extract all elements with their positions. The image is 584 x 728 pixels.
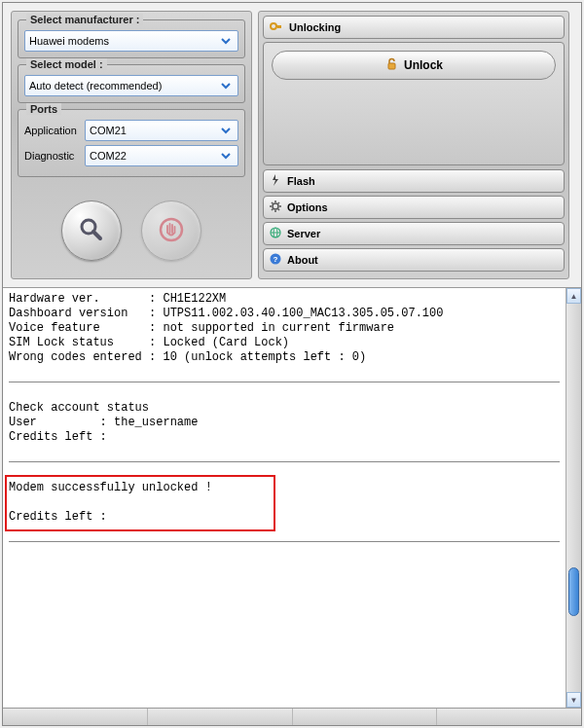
lightning-icon	[270, 174, 281, 188]
separator	[9, 382, 560, 382]
top-area: Select manufacturer : Huawei modems Sele…	[3, 3, 581, 287]
port-app-dropdown[interactable]: COM21	[85, 120, 238, 141]
magnifier-icon	[78, 216, 105, 245]
svg-rect-4	[388, 63, 395, 69]
port-diag-value: COM22	[90, 150, 218, 162]
chevron-down-icon	[218, 123, 234, 138]
log-line: User : the_username	[9, 416, 198, 429]
globe-icon	[270, 227, 281, 240]
svg-line-12	[272, 209, 273, 210]
log-line: Dashboard version : UTPS11.002.03.40.100…	[9, 307, 443, 320]
log-line: Hardware ver. : CH1E122XM	[9, 292, 226, 306]
model-group: Select model : Auto detect (recommended)	[18, 64, 245, 103]
status-cell	[437, 709, 581, 725]
svg-point-3	[271, 23, 276, 29]
ports-title: Ports	[26, 103, 61, 115]
status-cell	[293, 709, 438, 725]
svg-point-2	[161, 219, 182, 240]
svg-line-10	[272, 202, 273, 203]
section-unlocking-label: Unlocking	[289, 21, 341, 33]
stop-button[interactable]	[141, 200, 201, 261]
svg-line-13	[278, 202, 279, 203]
log-line: SIM Lock status : Locked (Card Lock)	[9, 336, 289, 349]
log-output[interactable]: Hardware ver. : CH1E122XM Dashboard vers…	[3, 288, 566, 708]
separator	[9, 541, 560, 542]
app-window: Select manufacturer : Huawei modems Sele…	[2, 2, 582, 726]
section-unlocking[interactable]: Unlocking	[263, 16, 565, 39]
model-dropdown[interactable]: Auto detect (recommended)	[24, 75, 238, 96]
manufacturer-group: Select manufacturer : Huawei modems	[18, 19, 245, 58]
port-diag-label: Diagnostic	[24, 150, 81, 162]
status-cell	[3, 709, 148, 725]
action-icons	[18, 191, 245, 271]
scroll-up-icon[interactable]: ▲	[566, 288, 581, 304]
chevron-down-icon	[218, 78, 234, 93]
svg-line-11	[278, 209, 279, 210]
status-cell	[148, 709, 293, 725]
section-flash[interactable]: Flash	[263, 169, 565, 193]
log-line: Check account status	[9, 401, 149, 415]
scroll-down-icon[interactable]: ▼	[566, 692, 581, 708]
stop-hand-icon	[159, 217, 184, 244]
svg-line-1	[93, 232, 100, 238]
log-area: Hardware ver. : CH1E122XM Dashboard vers…	[3, 287, 581, 708]
key-icon	[270, 19, 283, 35]
gear-icon	[270, 200, 281, 214]
manufacturer-value: Huawei modems	[29, 35, 218, 47]
separator	[9, 461, 560, 462]
port-app-value: COM21	[90, 125, 218, 136]
log-line: Voice feature : not supported in current…	[9, 321, 394, 335]
model-title: Select model :	[26, 58, 107, 70]
model-value: Auto detect (recommended)	[29, 80, 218, 91]
log-line: Modem successfully unlocked !	[9, 481, 212, 494]
unlocking-body: Unlock	[263, 42, 565, 165]
section-options-label: Options	[287, 201, 328, 213]
section-flash-label: Flash	[287, 175, 315, 187]
port-app-label: Application	[24, 125, 81, 136]
ports-group: Ports Application COM21 Diagnostic COM22	[18, 109, 245, 177]
section-about-label: About	[287, 254, 318, 266]
manufacturer-title: Select manufacturer :	[26, 14, 143, 25]
chevron-down-icon	[218, 33, 234, 49]
port-diag-dropdown[interactable]: COM22	[85, 145, 238, 166]
left-panel: Select manufacturer : Huawei modems Sele…	[11, 11, 252, 279]
manufacturer-dropdown[interactable]: Huawei modems	[24, 30, 238, 52]
log-line: Credits left :	[9, 430, 107, 444]
padlock-open-icon	[384, 57, 398, 74]
svg-point-5	[273, 203, 278, 209]
info-icon: ?	[270, 253, 281, 267]
svg-text:?: ?	[274, 255, 278, 264]
scroll-thumb[interactable]	[568, 567, 579, 616]
right-panel: Unlocking Unlock Flash	[258, 11, 569, 279]
search-button[interactable]	[61, 200, 122, 261]
log-line: Wrong codes entered : 10 (unlock attempt…	[9, 350, 366, 364]
section-server[interactable]: Server	[263, 222, 565, 245]
status-bar	[3, 708, 581, 725]
unlock-button-label: Unlock	[404, 58, 443, 72]
section-about[interactable]: ? About	[263, 248, 565, 272]
section-options[interactable]: Options	[263, 196, 565, 219]
log-line: Credits left :	[9, 510, 107, 524]
unlock-button[interactable]: Unlock	[272, 51, 556, 80]
section-server-label: Server	[287, 228, 320, 239]
chevron-down-icon	[218, 148, 234, 164]
scrollbar[interactable]: ▲ ▼	[566, 288, 581, 708]
scroll-track[interactable]	[566, 304, 581, 692]
